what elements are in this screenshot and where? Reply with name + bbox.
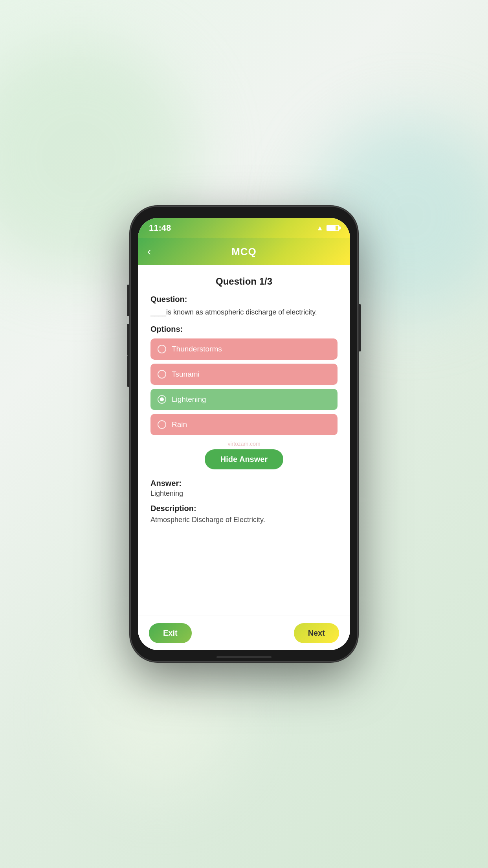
option-radio-b: [158, 370, 166, 379]
option-radio-c: [158, 395, 166, 404]
hide-answer-button[interactable]: Hide Answer: [205, 449, 283, 469]
option-text-a: Thunderstorms: [172, 345, 222, 353]
option-text-b: Tsunami: [172, 370, 200, 379]
back-button[interactable]: ‹: [147, 245, 151, 258]
main-content: Question 1/3 Question: ____is known as a…: [138, 265, 350, 616]
wifi-icon: ▲: [316, 224, 323, 232]
battery-icon: [327, 225, 339, 231]
phone-shell: 11:48 ▲ ‹ MCQ Question 1/3 Question: ___…: [130, 206, 358, 662]
option-tsunami[interactable]: Tsunami: [150, 364, 338, 385]
answer-section: Answer: Lightening Description: Atmosphe…: [150, 479, 338, 525]
option-thunderstorms[interactable]: Thunderstorms: [150, 338, 338, 360]
question-number: Question 1/3: [150, 276, 338, 287]
phone-screen: 11:48 ▲ ‹ MCQ Question 1/3 Question: ___…: [138, 218, 350, 650]
status-icons: ▲: [316, 224, 339, 232]
status-bar: 11:48 ▲: [138, 218, 350, 238]
status-time: 11:48: [149, 223, 171, 233]
option-rain[interactable]: Rain: [150, 414, 338, 435]
bottom-bar: Exit Next: [138, 616, 350, 650]
answer-label: Answer:: [150, 479, 338, 488]
next-button[interactable]: Next: [294, 623, 339, 643]
option-text-d: Rain: [172, 420, 187, 429]
home-indicator: [216, 656, 272, 658]
question-text: ____is known as atmospheric discharge of…: [150, 307, 338, 318]
battery-fill: [327, 226, 336, 230]
header-title: MCQ: [231, 246, 257, 258]
option-radio-a: [158, 345, 166, 353]
question-label: Question:: [150, 295, 338, 304]
description-label: Description:: [150, 504, 338, 513]
options-label: Options:: [150, 325, 338, 334]
option-lightening[interactable]: Lightening: [150, 389, 338, 410]
app-header: ‹ MCQ: [138, 238, 350, 265]
option-text-c: Lightening: [172, 395, 206, 404]
option-radio-d: [158, 420, 166, 429]
answer-text: Lightening: [150, 489, 338, 498]
description-text: Atmospheric Discharge of Electricity.: [150, 515, 338, 525]
exit-button[interactable]: Exit: [149, 623, 192, 643]
watermark: virtozam.com: [150, 441, 338, 447]
